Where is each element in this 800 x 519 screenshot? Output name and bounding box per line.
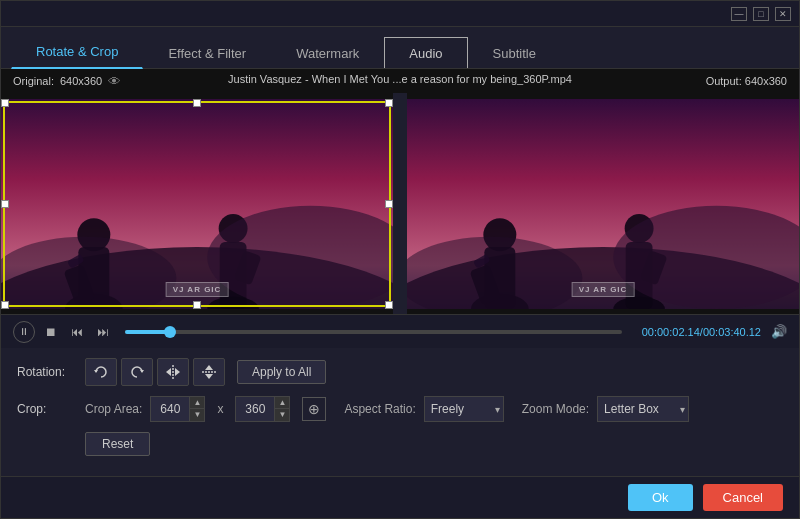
rotate-ccw-button[interactable] bbox=[85, 358, 117, 386]
x-separator: x bbox=[217, 402, 223, 416]
minimize-button[interactable]: — bbox=[731, 7, 747, 21]
width-spin-up[interactable]: ▲ bbox=[190, 397, 204, 409]
zoom-mode-select[interactable]: Letter Box Pan & Scan Full bbox=[597, 396, 689, 422]
prev-icon: ⏮ bbox=[71, 325, 83, 339]
ok-button[interactable]: Ok bbox=[628, 484, 693, 511]
output-label: Output: 640x360 bbox=[706, 75, 787, 87]
eye-icon[interactable]: 👁 bbox=[108, 74, 121, 89]
pause-icon: ⏸ bbox=[19, 326, 29, 337]
progress-thumb[interactable] bbox=[164, 326, 176, 338]
aspect-ratio-select[interactable]: Freely 16:9 4:3 1:1 9:16 bbox=[424, 396, 504, 422]
video-area: Original: 640x360 👁 Output: 640x360 Just… bbox=[1, 69, 799, 314]
tab-subtitle[interactable]: Subtitle bbox=[468, 37, 561, 69]
right-video-thumb: VJ AR GIC bbox=[407, 99, 799, 309]
crosshair-button[interactable]: ⊕ bbox=[302, 397, 326, 421]
height-spin-up[interactable]: ▲ bbox=[275, 397, 289, 409]
svg-marker-27 bbox=[140, 370, 144, 373]
rotation-row: Rotation: bbox=[17, 358, 783, 386]
apply-to-all-button[interactable]: Apply to All bbox=[237, 360, 326, 384]
time-display: 00:00:02.14/00:03:40.12 bbox=[642, 326, 761, 338]
tab-bar: Rotate & Crop Effect & Filter Watermark … bbox=[1, 27, 799, 69]
height-input[interactable] bbox=[236, 397, 274, 421]
left-scene-svg bbox=[1, 99, 393, 309]
prev-button[interactable]: ⏮ bbox=[67, 322, 87, 342]
height-input-group: ▲ ▼ bbox=[235, 396, 290, 422]
left-video-panel: VJ AR GIC bbox=[1, 93, 393, 314]
height-spinners: ▲ ▼ bbox=[274, 397, 289, 421]
flip-h-icon bbox=[164, 363, 182, 381]
right-thumb-bg: VJ AR GIC bbox=[407, 99, 799, 309]
output-label-text: Output: bbox=[706, 75, 742, 87]
total-time: 00:03:40.12 bbox=[703, 326, 761, 338]
current-time: 00:00:02.14 bbox=[642, 326, 700, 338]
crop-area-label: Crop Area: bbox=[85, 402, 142, 416]
tab-effect-filter[interactable]: Effect & Filter bbox=[143, 37, 271, 69]
left-thumb-bg: VJ AR GIC bbox=[1, 99, 393, 309]
aspect-ratio-wrapper: Freely 16:9 4:3 1:1 9:16 bbox=[424, 396, 504, 422]
crop-label: Crop: bbox=[17, 402, 77, 416]
tab-watermark[interactable]: Watermark bbox=[271, 37, 384, 69]
left-video-thumb: VJ AR GIC bbox=[1, 99, 393, 309]
title-bar: — □ ✕ bbox=[1, 1, 799, 27]
next-icon: ⏭ bbox=[97, 325, 109, 339]
rotate-ccw-icon bbox=[92, 363, 110, 381]
right-watermark: VJ AR GIC bbox=[572, 282, 635, 297]
zoom-mode-label: Zoom Mode: bbox=[522, 402, 589, 416]
main-window: — □ ✕ Rotate & Crop Effect & Filter Wate… bbox=[0, 0, 800, 519]
controls-area: Rotation: bbox=[1, 348, 799, 476]
tab-audio[interactable]: Audio bbox=[384, 37, 467, 68]
reset-row: Reset bbox=[17, 432, 783, 456]
rotate-cw-icon bbox=[128, 363, 146, 381]
svg-marker-26 bbox=[94, 370, 98, 373]
svg-marker-29 bbox=[166, 368, 171, 376]
right-video-panel: VJ AR GIC bbox=[407, 93, 799, 314]
crop-row: Crop: Crop Area: ▲ ▼ x ▲ ▼ ⊕ Aspe bbox=[17, 396, 783, 422]
rotate-cw-button[interactable] bbox=[121, 358, 153, 386]
tab-rotate-crop[interactable]: Rotate & Crop bbox=[11, 35, 143, 69]
progress-track[interactable] bbox=[125, 330, 622, 334]
flip-h-button[interactable] bbox=[157, 358, 189, 386]
bottom-bar: Ok Cancel bbox=[1, 476, 799, 518]
height-spin-down[interactable]: ▼ bbox=[275, 409, 289, 421]
video-divider bbox=[393, 93, 407, 314]
stop-button[interactable]: ⏹ bbox=[41, 322, 61, 342]
reset-button[interactable]: Reset bbox=[85, 432, 150, 456]
rotation-label: Rotation: bbox=[17, 365, 77, 379]
original-label-text: Original: bbox=[13, 75, 54, 87]
left-watermark: VJ AR GIC bbox=[166, 282, 229, 297]
pause-button[interactable]: ⏸ bbox=[13, 321, 35, 343]
rotation-buttons: Apply to All bbox=[85, 358, 326, 386]
width-spin-down[interactable]: ▼ bbox=[190, 409, 204, 421]
next-button[interactable]: ⏭ bbox=[93, 322, 113, 342]
width-input[interactable] bbox=[151, 397, 189, 421]
zoom-mode-wrapper: Letter Box Pan & Scan Full bbox=[597, 396, 689, 422]
flip-v-button[interactable] bbox=[193, 358, 225, 386]
svg-marker-30 bbox=[175, 368, 180, 376]
cancel-button[interactable]: Cancel bbox=[703, 484, 783, 511]
crosshair-icon: ⊕ bbox=[308, 401, 320, 417]
width-input-group: ▲ ▼ bbox=[150, 396, 205, 422]
maximize-button[interactable]: □ bbox=[753, 7, 769, 21]
svg-marker-32 bbox=[205, 365, 213, 370]
flip-v-icon bbox=[200, 363, 218, 381]
original-size: 640x360 bbox=[60, 75, 102, 87]
volume-button[interactable]: 🔊 bbox=[771, 324, 787, 339]
playback-bar: ⏸ ⏹ ⏮ ⏭ 00:00:02.14/00:03:40.12 🔊 bbox=[1, 314, 799, 348]
output-size: 640x360 bbox=[745, 75, 787, 87]
svg-marker-33 bbox=[205, 374, 213, 379]
video-panels: VJ AR GIC bbox=[1, 69, 799, 314]
video-filename: Justin Vasquez - When I Met You ...e a r… bbox=[228, 73, 572, 85]
stop-icon: ⏹ bbox=[45, 325, 57, 339]
close-button[interactable]: ✕ bbox=[775, 7, 791, 21]
original-label: Original: 640x360 👁 bbox=[13, 74, 121, 89]
right-scene-svg bbox=[407, 99, 799, 309]
aspect-ratio-label: Aspect Ratio: bbox=[344, 402, 415, 416]
width-spinners: ▲ ▼ bbox=[189, 397, 204, 421]
